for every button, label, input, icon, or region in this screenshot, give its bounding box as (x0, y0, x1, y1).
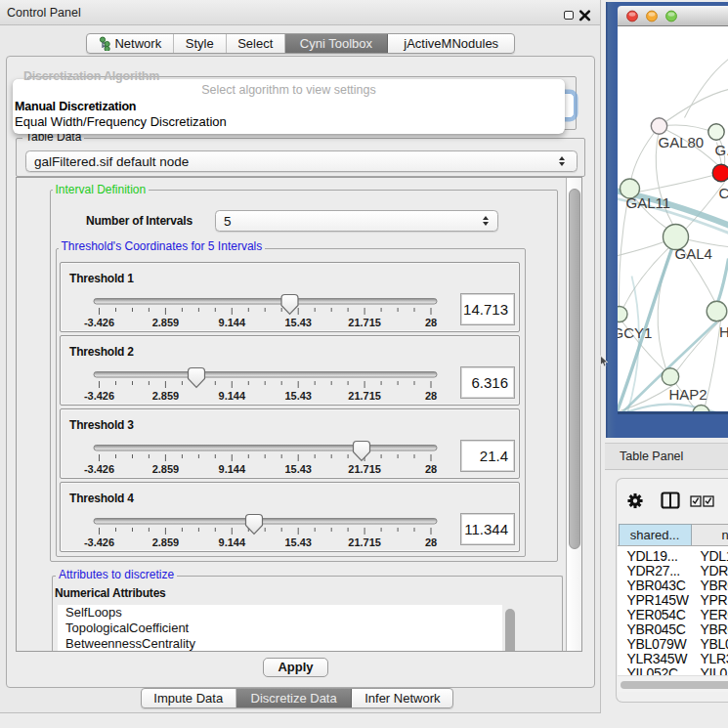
svg-text:28: 28 (425, 317, 437, 328)
svg-text:15.43: 15.43 (284, 536, 312, 548)
svg-text:15.43: 15.43 (284, 463, 312, 475)
svg-text:9.144: 9.144 (219, 317, 246, 328)
svg-text:GAL11: GAL11 (625, 194, 670, 211)
svg-text:21.715: 21.715 (348, 390, 381, 402)
svg-text:21.715: 21.715 (348, 463, 381, 475)
svg-text:2.859: 2.859 (152, 536, 180, 548)
svg-text:-3.426: -3.426 (84, 317, 114, 328)
svg-text:GAL4: GAL4 (674, 244, 711, 261)
svg-text:9.144: 9.144 (219, 463, 246, 475)
svg-text:2.859: 2.859 (152, 463, 180, 475)
svg-text:15.43: 15.43 (284, 390, 312, 402)
svg-text:9.144: 9.144 (219, 390, 246, 402)
svg-text:-3.426: -3.426 (84, 463, 114, 475)
svg-text:28: 28 (425, 463, 437, 475)
svg-text:15.43: 15.43 (284, 317, 312, 328)
svg-text:-3.426: -3.426 (84, 536, 114, 548)
svg-text:21.715: 21.715 (348, 536, 381, 548)
svg-text:21.715: 21.715 (348, 317, 381, 328)
svg-text:C: C (718, 184, 728, 200)
svg-text:GCY1: GCY1 (618, 324, 652, 341)
svg-text:28: 28 (425, 536, 437, 548)
svg-text:H: H (719, 322, 728, 339)
svg-text:G.: G. (714, 142, 728, 158)
svg-text:-3.426: -3.426 (84, 390, 114, 402)
svg-text:GAL80: GAL80 (658, 134, 704, 150)
svg-text:28: 28 (425, 390, 437, 402)
svg-text:2.859: 2.859 (152, 390, 180, 402)
svg-text:9.144: 9.144 (219, 536, 246, 548)
svg-text:2.859: 2.859 (152, 317, 180, 328)
svg-text:HAP2: HAP2 (668, 386, 707, 403)
